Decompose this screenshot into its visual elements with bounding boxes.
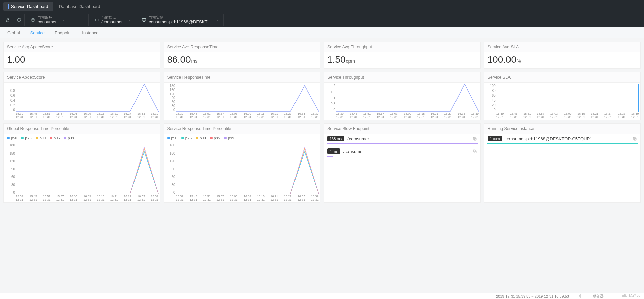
package-icon: [28, 18, 38, 22]
time-range: 2019-12-31 15:39:53 ~ 2019-12-31 16:39:5…: [496, 294, 569, 298]
selector-current-instance[interactable]: 当前实例 consumer-pid:11968@DESKT... ⌄: [136, 14, 223, 26]
card-title: Service Avg ApdexScore: [4, 42, 160, 52]
sub-tab-label: Endpoint: [55, 30, 72, 35]
copy-icon[interactable]: [473, 149, 477, 154]
legend-item-p50[interactable]: p50: [7, 136, 17, 140]
legend-label: p90: [40, 136, 46, 140]
card-title: Service Avg ResponseTime: [164, 42, 320, 52]
legend-label: p75: [25, 136, 31, 140]
legend-item-p95[interactable]: p95: [50, 136, 60, 140]
svg-rect-0: [6, 20, 9, 22]
chart-area: 21.510.5015:3912-3115:4512-3115:5112-311…: [324, 83, 480, 120]
card-title: Service ResponseTime: [164, 72, 320, 83]
svg-rect-2: [638, 84, 639, 112]
chart-legend: p50p75p90p95p99: [164, 134, 320, 142]
sub-tab-label: Service: [30, 30, 45, 35]
content-area: Service Avg ApdexScore 1.00 Service Avg …: [0, 38, 644, 293]
lock-button[interactable]: [2, 14, 13, 26]
card-title: Service Avg SLA: [484, 42, 641, 52]
legend-label: p95: [54, 136, 60, 140]
selector-current-service[interactable]: 当前服务 consumer ⌄: [25, 14, 89, 26]
legend-item-p99[interactable]: p99: [224, 136, 234, 140]
card-global-percentile: Global Response Time Percentile p50p75p9…: [3, 123, 160, 203]
card-title: Service Response Time Percentile: [164, 124, 320, 134]
selector-label: 当前服务: [38, 15, 57, 19]
tab-service-dashboard[interactable]: Service Dashboard: [3, 2, 53, 11]
card-chart-sla: Service SLA 10080604020015:3912-3115:451…: [484, 72, 641, 120]
chevron-down-icon: ⌄: [129, 18, 132, 22]
selector-label: 当前实例: [149, 15, 210, 19]
chart-area: 180150120906030015:3912-3115:4512-3115:5…: [164, 142, 320, 202]
legend-item-p50[interactable]: p50: [167, 136, 177, 140]
top-tab-bar: Service Dashboard Database Dashboard: [0, 0, 644, 13]
legend-item-p75[interactable]: p75: [21, 136, 31, 140]
legend-label: p50: [11, 136, 17, 140]
legend-label: p90: [200, 136, 206, 140]
tab-label: Service Dashboard: [11, 4, 48, 9]
legend-item-p75[interactable]: p75: [181, 136, 192, 140]
legend-dot: [196, 137, 198, 139]
card-avg-throughput: Service Avg Throughput 1.50cpm: [324, 42, 481, 69]
reload-button[interactable]: [13, 14, 25, 26]
copy-icon[interactable]: [473, 137, 477, 141]
chart-area: 10.80.60.40.2015:3912-3115:4512-3115:511…: [4, 83, 160, 120]
sub-tab-endpoint[interactable]: Endpoint: [51, 27, 75, 38]
server-label[interactable]: 服务器: [593, 294, 604, 299]
card-title: Global Response Time Percentile: [4, 124, 160, 134]
card-chart-throughput: Service Throughput 21.510.5015:3912-3115…: [324, 72, 481, 120]
chevron-down-icon: ⌄: [217, 18, 220, 22]
card-title: Service ApdexScore: [4, 72, 160, 83]
card-title: Service Throughput: [324, 72, 480, 83]
sub-tab-instance[interactable]: Instance: [78, 27, 102, 38]
item-name: /comsumer: [347, 136, 469, 141]
item-name: /consumer: [343, 149, 469, 154]
lang-toggle[interactable]: 中: [579, 294, 583, 299]
card-title: Service SLA: [484, 72, 641, 83]
legend-dot: [167, 137, 170, 139]
legend-dot: [210, 137, 213, 139]
card-chart-response: Service ResponseTime 180150120906030015:…: [164, 72, 321, 120]
selector-label: 当前端点: [101, 15, 123, 19]
running-instance-list: 1 cpmconsumer-pid:11968@DESKTOP-C5TQUP1: [484, 134, 641, 144]
code-icon: [92, 18, 101, 22]
metric-value: 100.00: [488, 54, 517, 65]
badge: 168 ms: [327, 136, 344, 141]
metric-value: 1.50: [327, 54, 346, 65]
legend-dot: [7, 137, 10, 139]
copy-icon[interactable]: [633, 137, 637, 141]
list-item[interactable]: 168 ms/comsumer: [324, 134, 480, 143]
legend-dot: [50, 137, 52, 139]
legend-dot: [224, 137, 227, 139]
card-avg-response: Service Avg ResponseTime 86.00ms: [164, 42, 321, 69]
sub-tab-global[interactable]: Global: [4, 27, 23, 38]
chart-legend: p50p75p90p95p99: [4, 134, 160, 142]
badge: 4 ms: [327, 148, 340, 154]
badge: 1 cpm: [488, 136, 502, 141]
list-item[interactable]: 4 ms/consumer: [324, 146, 480, 156]
toolbar: 当前服务 consumer ⌄ 当前端点 /comsumer ⌄ 当前实例 co…: [0, 13, 644, 27]
card-title: Service Slow Endpoint: [324, 124, 480, 134]
legend-item-p95[interactable]: p95: [210, 136, 220, 140]
slow-endpoint-list: 168 ms/comsumer4 ms/consumer: [324, 134, 480, 157]
selector-value: /comsumer: [101, 19, 123, 25]
sub-tab-label: Global: [7, 30, 20, 35]
card-slow-endpoint: Service Slow Endpoint 168 ms/comsumer4 m…: [324, 123, 481, 203]
list-item[interactable]: 1 cpmconsumer-pid:11968@DESKTOP-C5TQUP1: [484, 134, 641, 143]
legend-item-p99[interactable]: p99: [64, 136, 74, 140]
legend-item-p90[interactable]: p90: [36, 136, 46, 140]
selector-value: consumer: [38, 19, 57, 25]
legend-label: p99: [228, 136, 234, 140]
footer-bar: 2019-12-31 15:39:53 ~ 2019-12-31 16:39:5…: [0, 293, 644, 299]
legend-dot: [21, 137, 24, 139]
sub-tab-service[interactable]: Service: [27, 27, 48, 38]
legend-label: p50: [171, 136, 177, 140]
selector-current-endpoint[interactable]: 当前端点 /comsumer ⌄: [89, 14, 136, 26]
tab-database-dashboard[interactable]: Database Dashboard: [54, 2, 105, 11]
legend-item-p90[interactable]: p90: [196, 136, 206, 140]
chart-area: 180150120906030015:3912-3115:4512-3115:5…: [4, 142, 160, 202]
selector-value: consumer-pid:11968@DESKT...: [149, 19, 210, 25]
svg-rect-1: [142, 18, 146, 21]
legend-label: p75: [185, 136, 192, 140]
card-service-percentile: Service Response Time Percentile p50p75p…: [164, 123, 321, 203]
legend-dot: [64, 137, 66, 139]
